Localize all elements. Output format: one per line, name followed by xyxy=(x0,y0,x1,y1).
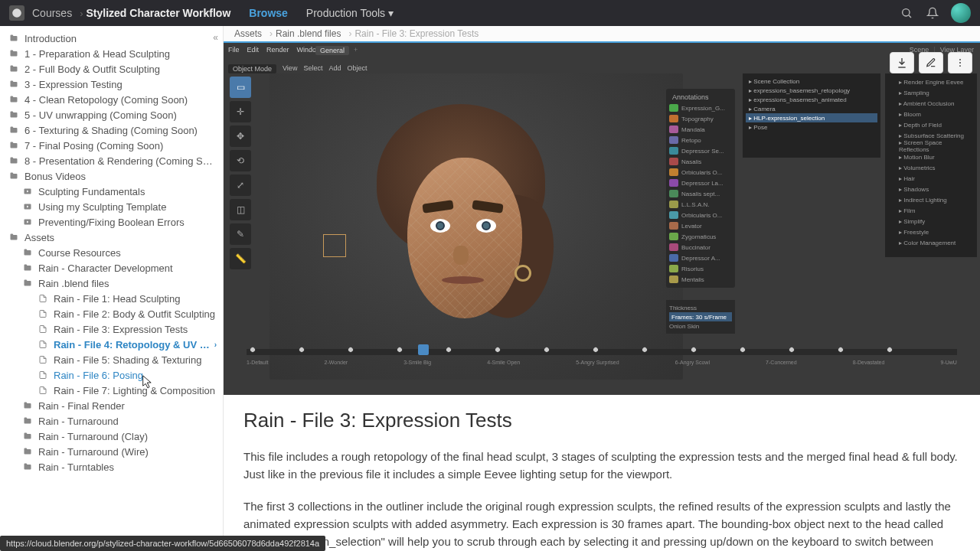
file-icon xyxy=(37,308,49,320)
timeline-label: 4-Smile Open xyxy=(487,360,520,365)
annotation-color-row: Nasalis sept... xyxy=(669,188,732,199)
sidebar-item[interactable]: Sculpting Fundamentals xyxy=(0,184,223,199)
nav-browse[interactable]: Browse xyxy=(249,7,288,19)
blender-menu: File xyxy=(228,46,240,54)
tool-measure-icon: 📏 xyxy=(230,248,251,269)
sidebar-item-label: Rain - Character Development xyxy=(38,262,173,274)
sidebar-item[interactable]: Preventing/Fixing Boolean Errors xyxy=(0,214,223,230)
annotation-color-row: Topography xyxy=(669,113,732,124)
file-icon xyxy=(37,323,49,335)
sidebar-item[interactable]: Rain - File 7: Lighting & Composition xyxy=(0,383,223,398)
sidebar-item[interactable]: Rain - File 6: Posing xyxy=(0,367,223,383)
sidebar-item[interactable]: Rain - Turnaround (Clay) xyxy=(0,429,223,444)
sidebar-item-label: Rain - Turntables xyxy=(38,461,114,473)
color-swatch xyxy=(669,147,678,155)
folder-icon xyxy=(8,155,20,167)
folder-icon xyxy=(21,246,34,259)
color-swatch xyxy=(669,179,678,187)
sidebar-item[interactable]: Rain .blend files xyxy=(0,276,223,291)
sidebar-item-label: Rain - File 3: Expression Tests xyxy=(54,324,188,335)
sidebar-item[interactable]: Rain - File 2: Body & Outfit Sculpting xyxy=(0,306,223,321)
folder-icon xyxy=(21,445,34,458)
sidebar-item[interactable]: 4 - Clean Retopology (Coming Soon) xyxy=(0,92,223,107)
tool-move-icon: ✥ xyxy=(230,126,251,147)
earring xyxy=(514,265,531,282)
chevron-right-icon: › xyxy=(214,341,217,349)
more-button[interactable] xyxy=(948,52,972,73)
sidebar-item[interactable]: 3 - Expression Testing xyxy=(0,77,223,92)
annotation-color-row: L.L.S.A.N. xyxy=(669,199,732,210)
notifications-icon[interactable] xyxy=(922,2,943,24)
gp-thickness: Thickness xyxy=(669,303,732,312)
edit-button[interactable] xyxy=(919,52,943,73)
annotation-label: Mandala xyxy=(681,126,705,133)
folder-icon xyxy=(8,47,20,60)
sidebar-item-label: Rain - File 6: Posing xyxy=(54,370,143,381)
timeline-label: 3-Smile Big xyxy=(403,360,431,365)
nav-production-tools[interactable]: Production Tools▾ xyxy=(306,7,394,19)
sidebar-item[interactable]: Assets xyxy=(0,230,223,245)
gp-onion: Onion Skin xyxy=(669,321,732,331)
sidebar-item-label: 2 - Full Body & Outfit Sculpting xyxy=(24,64,160,75)
outliner-row: ▸ expressions_basemesh_retopology xyxy=(746,86,877,95)
blender-screenshot: FileEditRenderWindowHelp General + Objec… xyxy=(224,43,980,395)
annotation-label: Nasalis sept... xyxy=(681,191,720,197)
blender-properties: ▸ Render Engine Eevee▸ Sampling▸ Ambient… xyxy=(885,73,977,257)
video-icon xyxy=(21,201,34,213)
sidebar-item-label: 3 - Expression Testing xyxy=(24,79,122,90)
folder-icon xyxy=(8,139,20,152)
sidebar-item[interactable]: 8 - Presentation & Rendering (Coming Soo… xyxy=(0,153,223,168)
blender-sub-menus: Object ModeViewSelectAddObject xyxy=(228,64,367,73)
sidebar-item-label: 4 - Clean Retopology (Coming Soon) xyxy=(24,94,188,106)
bounding-box-helper xyxy=(323,234,346,257)
sidebar-item[interactable]: Rain - Final Render xyxy=(0,398,223,413)
sidebar-item[interactable]: 6 - Texturing & Shading (Coming Soon) xyxy=(0,122,223,138)
sidebar-item[interactable]: 5 - UV unwrapping (Coming Soon) xyxy=(0,107,223,122)
folder-icon xyxy=(21,430,34,442)
annotation-label: Nasalis xyxy=(681,158,701,165)
face-wireframe xyxy=(407,158,522,318)
timeline-label: 9-UwU xyxy=(941,360,957,365)
tool-select-icon: ▭ xyxy=(230,77,251,98)
breadcrumb-folder[interactable]: Rain .blend files xyxy=(276,28,341,39)
nose xyxy=(453,246,469,265)
nav-workflow[interactable]: Stylized Character Workflow xyxy=(86,7,230,19)
asset-action-buttons xyxy=(890,52,972,73)
search-icon[interactable] xyxy=(896,2,917,24)
sidebar-item[interactable]: Rain - Turnaround xyxy=(0,413,223,429)
site-logo[interactable] xyxy=(9,5,24,21)
sidebar-item[interactable]: Rain - File 1: Head Sculpting xyxy=(0,291,223,306)
download-button[interactable] xyxy=(890,52,914,73)
user-avatar[interactable] xyxy=(951,3,971,23)
nav-courses[interactable]: Courses xyxy=(32,7,72,19)
annotation-color-row: Zygomaticus xyxy=(669,231,732,242)
sidebar-item[interactable]: 2 - Full Body & Outfit Sculpting xyxy=(0,61,223,77)
property-row: ▸ Volumetrics xyxy=(888,162,974,173)
sidebar-item[interactable]: Rain - Character Development xyxy=(0,260,223,276)
sidebar-item[interactable]: Course Resources xyxy=(0,245,223,260)
outliner-row: ▸ Pose xyxy=(746,122,877,132)
svg-point-6 xyxy=(959,59,961,60)
sidebar-item[interactable]: Rain - File 4: Retopology & UV mapping› xyxy=(0,337,223,352)
timeline-label: 2-Wonder xyxy=(325,360,348,365)
sidebar-item[interactable]: 7 - Final Posing (Coming Soon) xyxy=(0,138,223,153)
sidebar-item[interactable]: 1 - Preparation & Head Sculpting xyxy=(0,46,223,61)
sidebar-item[interactable]: Using my Sculpting Template xyxy=(0,199,223,214)
sidebar-item[interactable]: Rain - File 5: Shading & Texturing xyxy=(0,352,223,367)
collapse-sidebar-icon[interactable]: « xyxy=(213,32,218,43)
sidebar-item[interactable]: Bonus Videos xyxy=(0,168,223,184)
breadcrumb-assets[interactable]: Assets xyxy=(234,28,262,39)
annotation-label: Zygomaticus xyxy=(681,233,716,240)
sidebar-item[interactable]: Rain - Turnaround (Wire) xyxy=(0,444,223,459)
sidebar-item[interactable]: Rain - Turntables xyxy=(0,459,223,474)
property-row: ▸ Indirect Lighting xyxy=(888,194,974,205)
sidebar-item-label: Rain .blend files xyxy=(38,278,109,289)
annotation-color-row: Nasalis xyxy=(669,156,732,167)
sidebar-item[interactable]: Introduction xyxy=(0,31,223,46)
sidebar-item-label: 8 - Presentation & Rendering (Coming Soo… xyxy=(24,155,217,167)
sidebar-item[interactable]: Rain - File 3: Expression Tests xyxy=(0,321,223,337)
timeline-label: 5-Angry Surprised xyxy=(576,360,619,365)
asset-title: Rain - File 3: Expression Tests xyxy=(243,409,960,432)
color-swatch xyxy=(669,276,678,283)
sidebar[interactable]: « Introduction1 - Preparation & Head Scu… xyxy=(0,26,224,551)
